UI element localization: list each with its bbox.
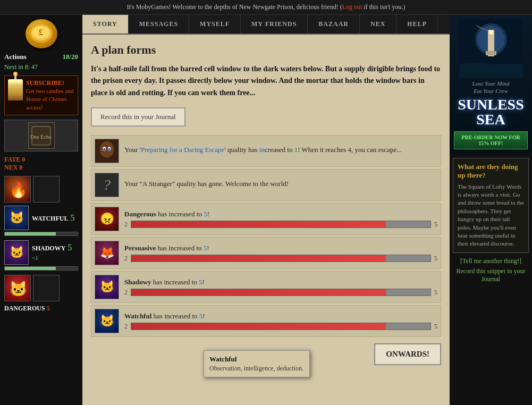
preorder-button[interactable]: PRE-ORDER NOW FOR 15% OFF! <box>454 131 528 149</box>
tab-help[interactable]: HELP <box>396 15 438 33</box>
svg-point-21 <box>489 30 493 35</box>
tabs: STORY MESSAGES MYSELF MY FRIENDS BAZAAR … <box>82 15 450 35</box>
svg-text:🐱: 🐱 <box>9 280 28 298</box>
record-snippet-link[interactable]: Record this snippet in your Journal <box>450 267 532 283</box>
watchful-text: Watchful has increased to 5! <box>124 312 437 320</box>
coin-icon: £ <box>26 19 57 48</box>
dangerous-area: DANGEROUS 5 <box>4 305 78 313</box>
dangerous-bar <box>131 221 431 228</box>
story-body: It's a half-mile fall from the barred ce… <box>91 63 441 99</box>
shadowy-icon: 🐱 <box>95 275 119 299</box>
top-banner: It's MobyGames! Welcome to the depths of… <box>0 0 532 15</box>
stranger-content: Your "A Stranger" quality has gone. Welc… <box>124 180 437 190</box>
dangerous-content: Dangerous has increased to 5! 2 5 <box>124 210 437 229</box>
notif-stranger: ? Your "A Stranger" quality has gone. We… <box>91 169 441 201</box>
notif-preparing: Your 'Preparing for a Daring Escape' qua… <box>91 135 441 167</box>
shadowy-stat-value: 5 <box>67 243 72 252</box>
watchful-area: 🐱 WATCHFUL 5 <box>4 206 78 236</box>
dangerous-bar-row: 2 5 <box>124 221 437 229</box>
story-title: A plan forms <box>91 43 441 57</box>
tab-messages[interactable]: MESSAGES <box>129 15 189 33</box>
svg-text:🔥: 🔥 <box>9 181 28 199</box>
shadowy-content: Shadowy has increased to 5! 2 5 <box>124 278 437 297</box>
fate-nex-area: FATE 0 NEX 0 <box>4 156 78 172</box>
shadowy-bar-row: 2 5 <box>124 289 437 297</box>
svg-point-14 <box>108 148 111 151</box>
stranger-text: Your "A Stranger" quality has gone. Welc… <box>124 180 437 188</box>
notif-persuasive: 🦊 Persuasive has increased to 5! 2 5 <box>91 237 441 269</box>
watchful-bar-row: 2 5 <box>124 323 437 331</box>
right-sidebar: Lose Your Mind Eat Your Crew SUNLESSSEA … <box>450 15 532 405</box>
game-title: SUNLESSSEA <box>458 97 524 127</box>
onwards-button[interactable]: ONWARDS! <box>374 343 441 365</box>
svg-rect-19 <box>486 51 496 55</box>
watchful-stat-value: 5 <box>70 213 74 222</box>
shadowy-text: Shadowy has increased to 5! <box>124 278 437 286</box>
shadowy-stat-label: SHADOWY <box>32 244 65 252</box>
nex-line: NEX 0 <box>4 164 78 172</box>
persuasive-text: Persuasive has increased to 5! <box>124 244 437 252</box>
persuasive-content: Persuasive has increased to 5! 2 5 <box>124 244 437 263</box>
persuasive-icon: 🦊 <box>95 241 119 265</box>
shadowy-area: 🐱 SHADOWY 5 +1 <box>4 240 78 271</box>
echo-book: One Echo <box>4 120 78 151</box>
fate-value: 0 <box>22 156 25 163</box>
tab-myself[interactable]: MYSELF <box>189 15 241 33</box>
tab-nex[interactable]: NEX <box>360 15 396 33</box>
tell-me-another-link[interactable]: [Tell me another thing!] <box>457 257 525 265</box>
nex-value: 0 <box>19 164 22 171</box>
dangerous-text: Dangerous has increased to 5! <box>124 210 437 218</box>
watchful-stat-icon: 🐱 <box>4 206 29 230</box>
ad-tagline1: Lose Your Mind <box>472 80 510 87</box>
sidebar-info-box: What are they doing up there? The Square… <box>453 158 529 253</box>
tooltip-title: Watchful <box>209 355 304 364</box>
notif-watchful: 🐱 Watchful has increased to 5! 2 5 <box>91 305 441 337</box>
svg-point-13 <box>103 148 105 151</box>
flame-icon-2 <box>33 176 60 203</box>
fate-line: FATE 0 <box>4 156 78 164</box>
flame-icon-1: 🔥 <box>4 176 31 203</box>
actions-label: Actions <box>4 53 27 61</box>
bottom-icon-2 <box>33 275 60 301</box>
actions-bar: Actions 18/20 <box>4 53 78 61</box>
watchful-icon: 🐱 <box>95 309 119 333</box>
stranger-icon: ? <box>95 173 119 197</box>
journal-button[interactable]: Record this in your Journal <box>91 107 185 126</box>
banner-after: if this isn't you.) <box>362 3 405 11</box>
bottom-icons: 🐱 <box>4 275 78 301</box>
dangerous-label: DANGEROUS 5 <box>4 305 78 313</box>
bottom-icon-1: 🐱 <box>4 275 31 301</box>
tab-my-friends[interactable]: MY FRIENDS <box>241 15 308 33</box>
subscribe-title: SUBSCRIBE! <box>26 79 74 87</box>
tooltip-body: Observation, intelligence, deduction. <box>209 365 304 373</box>
shadowy-bonus: +1 <box>32 255 38 261</box>
preparing-text: Your 'Preparing for a Daring Escape' qua… <box>124 146 437 154</box>
persuasive-bar-row: 2 5 <box>124 255 437 263</box>
shadowy-stat-bar <box>4 266 78 271</box>
lighthouse-image <box>459 19 523 78</box>
svg-point-10 <box>100 141 114 158</box>
dangerous-icon: 😠 <box>95 207 119 231</box>
preparing-content: Your 'Preparing for a Daring Escape' qua… <box>124 146 437 156</box>
notif-shadowy: 🐱 Shadowy has increased to 5! 2 5 <box>91 271 441 303</box>
ad-tagline2: Eat Your Crew <box>474 87 508 95</box>
left-sidebar: £ Actions 18/20 Next in 8: 47 SUBSCRIBE!… <box>0 15 82 405</box>
watchful-tooltip: Watchful Observation, intelligence, dedu… <box>204 350 310 377</box>
persuasive-bar <box>131 255 431 262</box>
subscribe-box[interactable]: SUBSCRIBE! Get two candles and House of … <box>4 75 78 115</box>
logout-link[interactable]: Log out <box>342 3 362 11</box>
next-in-bar: Next in 8: 47 <box>4 63 78 71</box>
notif-dangerous: 😠 Dangerous has increased to 5! 2 5 <box>91 203 441 235</box>
svg-text:£: £ <box>39 28 43 37</box>
center-content: STORY MESSAGES MYSELF MY FRIENDS BAZAAR … <box>82 15 450 405</box>
subscribe-text: Get two candles and House of Chimes acce… <box>26 87 74 112</box>
watchful-bar <box>131 323 431 330</box>
watchful-content: Watchful has increased to 5! 2 5 <box>124 312 437 331</box>
shadowy-bar <box>131 289 431 296</box>
tab-bazaar[interactable]: BAZAAR <box>308 15 360 33</box>
preparing-icon <box>95 139 119 163</box>
flame-icons: 🔥 <box>4 176 78 203</box>
sidebar-body: The Square of Lofty Words is always wort… <box>458 183 524 248</box>
actions-count: 18/20 <box>62 53 78 61</box>
tab-story[interactable]: STORY <box>82 15 129 33</box>
